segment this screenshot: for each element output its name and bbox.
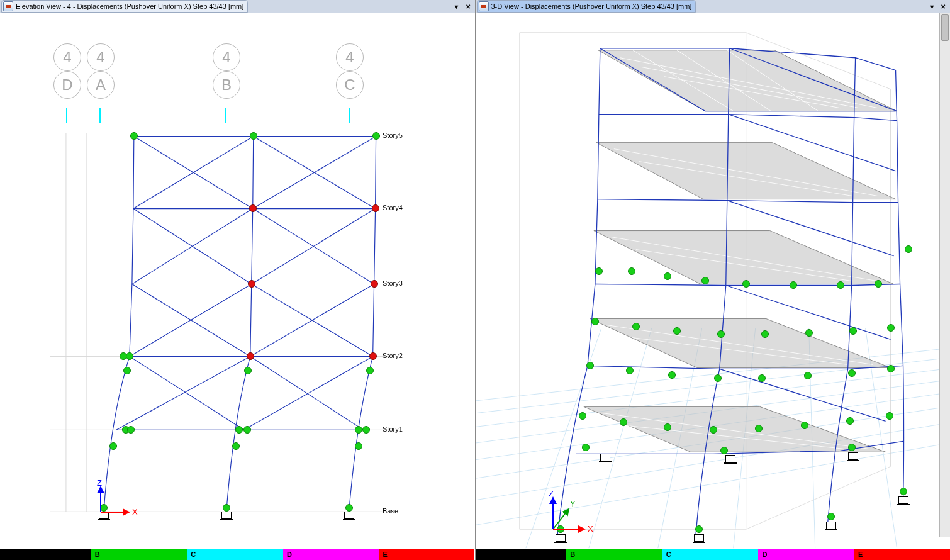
svg-line-13 <box>132 209 253 284</box>
hinge-green <box>355 426 362 434</box>
fixed-support-icon <box>898 496 908 504</box>
left-pane: Elevation View - 4 - Displacements (Push… <box>0 0 476 560</box>
hinge-red <box>247 352 254 360</box>
legend-item-B-r: B <box>566 549 662 560</box>
grid-bubble-4d-top: 4 <box>53 43 81 71</box>
svg-text:Z: Z <box>549 489 554 498</box>
grid-tick <box>66 108 67 123</box>
hinge-green <box>372 132 380 140</box>
axis-z-label: Z <box>97 478 102 488</box>
hinge-green <box>664 272 671 280</box>
tab-dropdown-left[interactable]: ▾ <box>452 2 461 11</box>
left-viewport[interactable]: 4 4 4 4 D A B C Story5 Story4 Story3 Sto… <box>0 13 475 549</box>
legend-item-blank <box>0 549 91 560</box>
svg-line-21 <box>252 209 376 284</box>
hinge-green <box>126 352 133 360</box>
hinge-green <box>109 442 117 450</box>
svg-line-17 <box>116 356 250 430</box>
svg-marker-38 <box>596 143 895 199</box>
hinge-green <box>673 327 681 335</box>
hinge-green <box>366 367 374 374</box>
story-label-1: Story1 <box>383 425 403 433</box>
hinge-green <box>591 318 599 325</box>
grid-bubble-A: A <box>87 71 115 99</box>
axis-triad-xz: X Z <box>94 482 145 520</box>
hinge-green <box>586 362 594 369</box>
svg-text:X: X <box>588 524 593 534</box>
hinge-green <box>758 374 766 382</box>
vertical-scrollbar[interactable] <box>939 13 950 537</box>
hinge-green <box>905 245 912 253</box>
legend-item-D-r: D <box>758 549 854 560</box>
scrollbar-thumb[interactable] <box>941 14 949 41</box>
grid-bubble-4a-top: 4 <box>87 43 115 71</box>
svg-line-23 <box>250 284 374 356</box>
hinge-red <box>248 280 255 288</box>
right-tab-bar: 3-D View - Displacements (Pushover Unifo… <box>476 0 951 13</box>
grid-bubble-C: C <box>336 71 364 99</box>
grid-bubble-D: D <box>53 71 81 99</box>
hinge-green <box>805 329 813 337</box>
tab-dropdown-right[interactable]: ▾ <box>927 2 936 11</box>
hinge-green <box>761 330 769 338</box>
hinge-green <box>355 442 362 450</box>
grid-bubble-4b-top: 4 <box>213 43 240 71</box>
story-label-4: Story4 <box>383 204 403 211</box>
tab-close-left[interactable]: ✕ <box>464 2 472 11</box>
hinge-green <box>714 374 722 382</box>
hinge-green <box>887 324 895 332</box>
tab-3d-view[interactable]: 3-D View - Displacements (Pushover Unifo… <box>477 0 696 13</box>
hinge-green <box>664 423 671 431</box>
hinge-green <box>626 367 634 374</box>
fixed-support-icon <box>848 452 858 460</box>
svg-text:Y: Y <box>570 499 576 508</box>
right-pane: 3-D View - Displacements (Pushover Unifo… <box>476 0 951 560</box>
hinge-red <box>369 352 377 360</box>
three-d-view-icon <box>479 1 489 11</box>
tab-elevation-view[interactable]: Elevation View - 4 - Displacements (Push… <box>1 0 248 13</box>
hinge-green <box>250 132 257 140</box>
hinge-green <box>579 412 586 420</box>
hinge-green <box>701 277 709 284</box>
legend-left: B C D E <box>0 549 475 560</box>
left-tab-bar: Elevation View - 4 - Displacements (Push… <box>0 0 475 13</box>
hinge-green <box>668 371 676 379</box>
hinge-green <box>886 412 893 420</box>
legend-item-blank-r <box>476 549 567 560</box>
hinge-green <box>848 369 856 377</box>
hinge-green <box>127 426 135 434</box>
hinge-green <box>362 426 370 434</box>
tab-3d-title: 3-D View - Displacements (Pushover Unifo… <box>491 3 692 10</box>
hinge-green <box>244 367 252 374</box>
hinge-green <box>620 418 627 426</box>
elevation-view-icon <box>3 1 13 11</box>
hinge-green <box>742 280 750 288</box>
legend-item-D: D <box>283 549 379 560</box>
fixed-support-icon <box>694 534 704 542</box>
right-viewport[interactable]: X Y Z <box>476 13 951 549</box>
tab-close-right[interactable]: ✕ <box>939 2 947 11</box>
story-label-3: Story3 <box>383 279 403 287</box>
grid-bubble-B: B <box>213 71 240 99</box>
hinge-red <box>249 204 257 212</box>
grid-tick <box>225 108 226 123</box>
hinge-green <box>801 422 808 429</box>
svg-line-56 <box>553 509 569 529</box>
fixed-support-icon <box>600 454 610 461</box>
hinge-green <box>232 442 240 450</box>
svg-line-16 <box>130 356 244 430</box>
hinge-red <box>371 280 378 288</box>
legend-item-E-r: E <box>854 549 950 560</box>
hinge-green <box>790 281 797 289</box>
fixed-support-icon <box>725 455 735 462</box>
hinge-green <box>345 504 353 512</box>
axis-triad-xyz: X Y Z <box>544 490 594 528</box>
hinge-green <box>235 426 243 434</box>
story-label-base: Base <box>383 507 398 515</box>
legend-item-C-r: C <box>662 549 759 560</box>
hinge-green <box>900 488 907 495</box>
hinge-red <box>372 204 379 212</box>
fixed-support-icon <box>221 512 232 519</box>
svg-line-25 <box>244 356 373 430</box>
hinge-green <box>875 280 882 288</box>
